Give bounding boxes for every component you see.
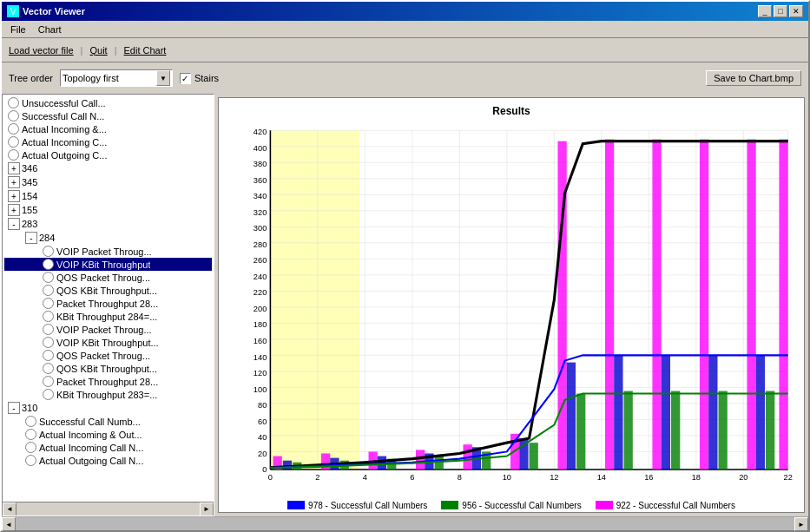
tree-expand-icon-n284[interactable]: -: [25, 232, 37, 244]
scroll-left-bottom-btn[interactable]: ◄: [2, 517, 16, 531]
tree-item-i284_1[interactable]: VOIP Packet Throug...: [4, 245, 212, 258]
tree-expand-icon-n154[interactable]: +: [8, 190, 20, 202]
tree-item-n155[interactable]: + 155: [4, 203, 212, 217]
tree-label-t5: Actual Outgoing C...: [22, 150, 107, 161]
tree-order-select[interactable]: Topology first ▼: [60, 69, 173, 87]
scroll-right-bottom-btn[interactable]: ►: [794, 517, 808, 531]
tree-radio-i310_2[interactable]: [25, 429, 36, 440]
tree-radio-i284_6[interactable]: [43, 311, 54, 322]
svg-text:320: 320: [254, 208, 267, 217]
bottom-scrollbar[interactable]: ◄ ►: [2, 516, 808, 530]
svg-text:6: 6: [410, 473, 414, 482]
h-scrollbar[interactable]: ◄ ►: [3, 502, 214, 516]
tree-label-i284_9: QOS Packet Throug...: [56, 351, 150, 361]
tree-item-i284_3[interactable]: QOS Packet Throug...: [4, 271, 212, 284]
tree-item-n154[interactable]: + 154: [4, 189, 212, 203]
tree-expand-icon-n310[interactable]: -: [8, 402, 20, 414]
tree-radio-i284_2[interactable]: [43, 259, 54, 270]
tree-item-n283[interactable]: - 283: [4, 217, 212, 231]
tree-expand-icon-n346[interactable]: +: [8, 162, 20, 174]
tree-item-i284_7[interactable]: VOIP Packet Throug...: [4, 323, 212, 336]
save-to-chart-button[interactable]: Save to Chart.bmp: [706, 70, 801, 86]
tree-radio-t2[interactable]: [8, 110, 19, 122]
tree-label-t3: Actual Incoming &...: [22, 124, 107, 135]
tree-label-n283: 283: [22, 219, 37, 229]
tree-label-n155: 155: [22, 205, 37, 215]
tree-item-i284_5[interactable]: Packet Throughput 28...: [4, 297, 212, 310]
legend-item-956: 956 - Successful Call Numbers: [441, 501, 581, 510]
svg-text:420: 420: [254, 128, 267, 136]
tree-radio-i284_3[interactable]: [43, 272, 54, 283]
tree-radio-t5[interactable]: [8, 149, 19, 161]
menu-item-chart[interactable]: Chart: [33, 23, 67, 36]
svg-text:400: 400: [254, 144, 267, 153]
tree-radio-i310_3[interactable]: [25, 442, 36, 453]
tree-expand-icon-n283[interactable]: -: [8, 218, 20, 230]
tree-item-n346[interactable]: + 346: [4, 161, 212, 175]
tree-expand-icon-n345[interactable]: +: [8, 176, 20, 188]
svg-text:14: 14: [597, 473, 606, 482]
menu-item-file[interactable]: File: [5, 23, 31, 36]
tree-item-n345[interactable]: + 345: [4, 175, 212, 189]
tree-item-n310[interactable]: - 310: [4, 401, 212, 415]
tree-radio-i310_1[interactable]: [25, 416, 36, 427]
tree-radio-i284_1[interactable]: [43, 246, 54, 257]
tree-item-i284_12[interactable]: KBit Throughput 283=...: [4, 388, 212, 401]
tree-label-i284_5: Packet Throughput 28...: [56, 299, 158, 309]
legend-item-922: 922 - Successful Call Numbers: [596, 501, 735, 510]
minimize-button[interactable]: _: [758, 5, 772, 17]
tree-radio-i284_7[interactable]: [43, 324, 54, 335]
svg-text:20: 20: [739, 473, 747, 482]
close-button[interactable]: ✕: [789, 5, 803, 17]
tree-item-t5[interactable]: Actual Outgoing C...: [4, 148, 212, 161]
tree-item-t4[interactable]: Actual Incoming C...: [4, 135, 212, 148]
quit-button[interactable]: Quit: [89, 45, 107, 56]
tree-radio-i284_5[interactable]: [43, 298, 54, 309]
legend-color-956: [441, 501, 458, 509]
scroll-left-btn[interactable]: ◄: [3, 502, 16, 516]
bottom-scroll-track[interactable]: [16, 517, 794, 530]
maximize-button[interactable]: □: [774, 5, 787, 17]
tree-container[interactable]: Unsuccessful Call...Successful Call N...…: [3, 95, 214, 502]
tree-radio-i284_8[interactable]: [43, 337, 54, 348]
tree-label-i284_3: QOS Packet Throug...: [56, 273, 150, 283]
tree-expand-icon-n155[interactable]: +: [8, 204, 20, 216]
select-arrow-icon[interactable]: ▼: [156, 70, 170, 86]
tree-item-t3[interactable]: Actual Incoming &...: [4, 122, 212, 135]
tree-radio-t4[interactable]: [8, 136, 19, 148]
tree-radio-i284_11[interactable]: [43, 376, 54, 387]
tree-radio-i284_10[interactable]: [43, 363, 54, 374]
tree-item-t2[interactable]: Successful Call N...: [4, 109, 212, 122]
tree-item-i284_6[interactable]: KBit Throughput 284=...: [4, 310, 212, 323]
tree-radio-i284_9[interactable]: [43, 350, 54, 361]
tree-item-i284_9[interactable]: QOS Packet Throug...: [4, 349, 212, 362]
svg-rect-82: [779, 140, 787, 470]
svg-rect-81: [747, 140, 755, 470]
tree-item-i284_8[interactable]: VOIP KBit Throughput...: [4, 336, 212, 349]
tree-radio-i284_12[interactable]: [43, 389, 54, 400]
edit-chart-button[interactable]: Edit Chart: [124, 45, 167, 56]
tree-radio-t3[interactable]: [8, 123, 19, 135]
tree-item-i284_10[interactable]: QOS KBit Throughput...: [4, 362, 212, 375]
tree-item-i310_3[interactable]: Actual Incoming Call N...: [4, 441, 212, 454]
tree-label-n284: 284: [39, 233, 55, 243]
tree-item-i284_4[interactable]: QOS KBit Throughput...: [4, 284, 212, 297]
tree-radio-i284_4[interactable]: [43, 285, 54, 296]
stairs-checkbox[interactable]: ✓: [180, 73, 191, 84]
tree-label-n154: 154: [22, 191, 37, 201]
tree-item-t1[interactable]: Unsuccessful Call...: [4, 96, 212, 109]
tree-item-n284[interactable]: - 284: [4, 231, 212, 245]
tree-label-i284_7: VOIP Packet Throug...: [56, 325, 152, 335]
scroll-right-btn[interactable]: ►: [200, 502, 214, 516]
tree-item-i310_4[interactable]: Actual Outgoing Call N...: [4, 454, 212, 467]
load-vector-file-button[interactable]: Load vector file: [9, 45, 74, 56]
tree-item-i310_2[interactable]: Actual Incoming & Out...: [4, 428, 212, 441]
svg-text:180: 180: [254, 320, 267, 329]
options-bar: Tree order Topology first ▼ ✓ Stairs Sav…: [2, 62, 808, 94]
tree-item-i310_1[interactable]: Successful Call Numb...: [4, 415, 212, 428]
tree-radio-i310_4[interactable]: [25, 455, 36, 466]
tree-item-i284_2[interactable]: VOIP KBit Throughput: [4, 258, 212, 271]
tree-radio-t1[interactable]: [8, 97, 19, 108]
tree-item-i284_11[interactable]: Packet Throughput 28...: [4, 375, 212, 388]
legend-color-978: [287, 501, 305, 509]
